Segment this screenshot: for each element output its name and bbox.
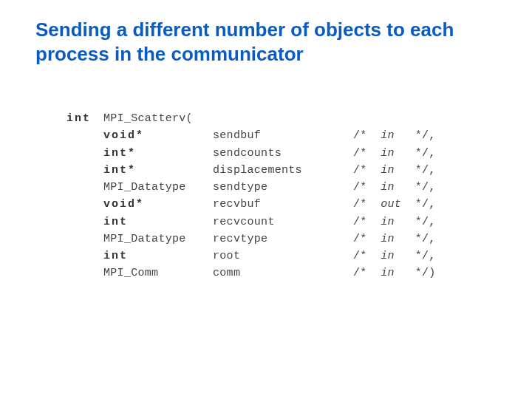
param-row: intrecvcount/* in */, [66,214,505,231]
param-row: introot/* in */, [66,248,505,265]
param-name: displacements [213,162,353,179]
param-name: sendbuf [213,127,353,144]
param-type: int [103,214,213,231]
param-row: MPI_Datatypesendtype/* in */, [66,179,505,196]
param-row: void*recvbuf/* out */, [66,196,505,213]
param-comment: /* in */, [353,127,436,144]
param-name: recvtype [213,231,353,248]
param-type: MPI_Datatype [103,179,213,196]
param-name: recvbuf [213,196,353,213]
param-row: MPI_Datatyperecvtype/* in */, [66,231,505,248]
param-type: int* [103,162,213,179]
param-type: MPI_Comm [103,265,213,282]
param-type: int* [103,145,213,162]
slide-title: Sending a different number of objects to… [35,18,479,66]
param-name: sendcounts [213,145,353,162]
param-comment: /* in */, [353,179,436,196]
param-row: int*displacements/* in */, [66,162,505,179]
param-type: void* [103,196,213,213]
param-row: MPI_Commcomm/* in */) [66,265,505,282]
param-comment: /* in */, [353,145,436,162]
param-row: int*sendcounts/* in */, [66,145,505,162]
param-comment: /* in */, [353,231,436,248]
param-comment: /* in */) [353,265,436,282]
param-comment: /* in */, [353,162,436,179]
param-comment: /* in */, [353,248,436,265]
param-name: sendtype [213,179,353,196]
param-row: void*sendbuf/* in */, [66,127,505,144]
param-type: void* [103,127,213,144]
function-name: MPI_Scatterv( [103,112,193,125]
param-type: MPI_Datatype [103,231,213,248]
param-name: root [213,248,353,265]
function-signature: intMPI_Scatterv( void*sendbuf/* in */,in… [66,110,505,282]
signature-header: intMPI_Scatterv( [66,110,505,127]
return-type: int [66,110,103,127]
param-type: int [103,248,213,265]
param-name: comm [213,265,353,282]
slide: Sending a different number of objects to… [0,0,532,399]
param-comment: /* out */, [353,196,436,213]
param-name: recvcount [213,214,353,231]
param-comment: /* in */, [353,214,436,231]
